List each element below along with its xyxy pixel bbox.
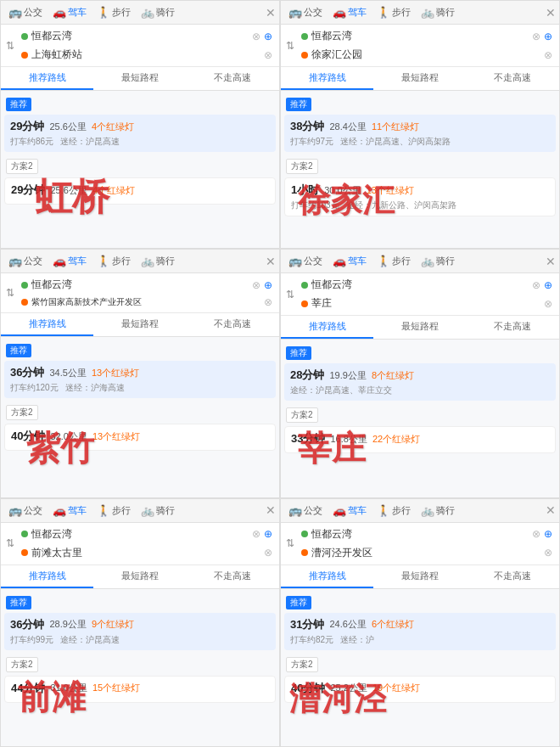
- dest-text-5[interactable]: 前滩太古里: [31, 545, 260, 561]
- tab-recommend-6[interactable]: 推荐路线: [281, 565, 373, 588]
- swap-btn-3[interactable]: ⇅: [6, 287, 14, 299]
- dest-text-6[interactable]: 漕河泾开发区: [311, 545, 540, 561]
- tab-shortest-3[interactable]: 最短路程: [93, 313, 186, 336]
- origin-add-5[interactable]: ⊕: [264, 528, 272, 540]
- recommend-card-2[interactable]: 38分钟 28.4公里 11个红绿灯 打车约97元 迷经：沪昆高速、沪闵高架路: [284, 115, 556, 152]
- origin-clear-4[interactable]: ⊗: [532, 279, 540, 291]
- walk-btn-1[interactable]: 🚶 步行: [92, 4, 135, 20]
- origin-text-3[interactable]: 恒都云湾: [31, 277, 249, 293]
- origin-text-1[interactable]: 恒都云湾: [31, 28, 249, 44]
- bike-btn-6[interactable]: 🚲 骑行: [417, 503, 459, 519]
- swap-btn-6[interactable]: ⇅: [286, 537, 294, 549]
- tab-shortest-4[interactable]: 最短路程: [373, 316, 466, 339]
- origin-dot-2: [301, 33, 308, 40]
- dest-clear-6[interactable]: ⊗: [544, 547, 552, 559]
- bus-btn-4[interactable]: 🚌 公交: [284, 253, 327, 269]
- tab-shortest-6[interactable]: 最短路程: [373, 565, 466, 588]
- dest-clear-1[interactable]: ⊗: [264, 49, 272, 61]
- origin-clear-5[interactable]: ⊗: [252, 528, 260, 540]
- tab-nohighway-6[interactable]: 不走高速: [467, 565, 559, 588]
- dest-clear-2[interactable]: ⊗: [544, 49, 552, 61]
- bus-btn-2[interactable]: 🚌 公交: [284, 4, 327, 20]
- close-btn-3[interactable]: ✕: [266, 255, 276, 268]
- scheme2-card-3[interactable]: 40分钟 32.0公里 13个红绿灯: [4, 424, 276, 451]
- bus-btn-5[interactable]: 🚌 公交: [4, 503, 47, 519]
- bus-btn-3[interactable]: 🚌 公交: [4, 253, 47, 269]
- car-icon-4: 🚗: [333, 255, 346, 267]
- tab-shortest-1[interactable]: 最短路程: [93, 67, 186, 90]
- car-btn-1[interactable]: 🚗 驾车: [48, 4, 91, 20]
- close-btn-6[interactable]: ✕: [546, 503, 556, 517]
- tab-recommend-4[interactable]: 推荐路线: [281, 316, 373, 339]
- dest-clear-3[interactable]: ⊗: [264, 296, 272, 308]
- recommend-card-5[interactable]: 36分钟 28.9公里 9个红绿灯 打车约99元 途经：沪昆高速: [4, 613, 276, 650]
- car-btn-2[interactable]: 🚗 驾车: [328, 4, 371, 20]
- recommend-card-6[interactable]: 31分钟 24.6公里 6个红绿灯 打车约82元 迷经：沪: [284, 613, 556, 650]
- origin-text-6[interactable]: 恒都云湾: [311, 526, 529, 542]
- bike-btn-4[interactable]: 🚲 骑行: [417, 253, 459, 269]
- swap-btn-2[interactable]: ⇅: [286, 40, 294, 52]
- tab-recommend-1[interactable]: 推荐路线: [1, 67, 93, 90]
- scheme2-lights-6: 19个红绿灯: [372, 682, 420, 694]
- recommend-card-1[interactable]: 29分钟 25.6公里 4个红绿灯 打车约86元 迷经：沪昆高速: [4, 115, 276, 152]
- origin-text-4[interactable]: 恒都云湾: [311, 277, 529, 293]
- dest-row-3: 紫竹国家高新技术产业开发区 ⊗: [8, 295, 272, 309]
- tab-nohighway-1[interactable]: 不走高速: [187, 67, 279, 90]
- tab-recommend-5[interactable]: 推荐路线: [1, 565, 93, 588]
- scheme2-card-1[interactable]: 29分钟 25.6公里 4个红绿灯: [4, 177, 276, 205]
- origin-add-4[interactable]: ⊕: [544, 279, 552, 291]
- origin-add-6[interactable]: ⊕: [544, 528, 552, 540]
- recommend-card-4[interactable]: 28分钟 19.9公里 8个红绿灯 途经：沪昆高速、莘庄立交: [284, 363, 556, 401]
- dest-text-2[interactable]: 徐家汇公园: [311, 47, 540, 63]
- tab-shortest-2[interactable]: 最短路程: [373, 67, 466, 90]
- tab-nohighway-2[interactable]: 不走高速: [467, 67, 559, 90]
- swap-btn-1[interactable]: ⇅: [6, 40, 14, 52]
- scheme2-card-4[interactable]: 33分钟 16.8公里 22个红绿灯: [284, 426, 556, 453]
- dest-text-3[interactable]: 紫竹国家高新技术产业开发区: [31, 295, 260, 309]
- swap-btn-5[interactable]: ⇅: [6, 537, 14, 549]
- dest-text-1[interactable]: 上海虹桥站: [31, 47, 260, 63]
- dest-clear-4[interactable]: ⊗: [544, 298, 552, 310]
- walk-btn-4[interactable]: 🚶 步行: [372, 253, 415, 269]
- bike-btn-1[interactable]: 🚲 骑行: [137, 4, 179, 20]
- dest-text-4[interactable]: 莘庄: [311, 295, 540, 312]
- tab-nohighway-5[interactable]: 不走高速: [187, 565, 279, 588]
- scheme2-card-2[interactable]: 1小时 30.0公里 13个红绿灯 打车约103元 途经：九新公路、沪闵高架路: [284, 177, 556, 216]
- dest-clear-5[interactable]: ⊗: [264, 547, 272, 559]
- close-btn-2[interactable]: ✕: [546, 6, 556, 20]
- origin-clear-2[interactable]: ⊗: [532, 31, 540, 42]
- close-btn-5[interactable]: ✕: [266, 503, 276, 517]
- origin-clear-1[interactable]: ⊗: [252, 31, 260, 42]
- origin-text-5[interactable]: 恒都云湾: [31, 526, 249, 542]
- bike-btn-3[interactable]: 🚲 骑行: [137, 253, 179, 269]
- close-btn-1[interactable]: ✕: [266, 6, 276, 20]
- recommend-card-3[interactable]: 36分钟 34.5公里 13个红绿灯 打车约120元 迷经：沪海高速: [4, 361, 276, 398]
- origin-text-2[interactable]: 恒都云湾: [311, 28, 529, 44]
- origin-add-2[interactable]: ⊕: [544, 31, 552, 42]
- origin-add-3[interactable]: ⊕: [264, 279, 272, 291]
- swap-btn-4[interactable]: ⇅: [286, 289, 294, 300]
- bike-btn-2[interactable]: 🚲 骑行: [417, 4, 459, 20]
- car-btn-6[interactable]: 🚗 驾车: [328, 503, 371, 519]
- tab-recommend-3[interactable]: 推荐路线: [1, 313, 93, 336]
- walk-btn-3[interactable]: 🚶 步行: [92, 253, 135, 269]
- tab-recommend-2[interactable]: 推荐路线: [281, 67, 373, 90]
- car-btn-5[interactable]: 🚗 驾车: [48, 503, 91, 519]
- tab-nohighway-4[interactable]: 不走高速: [467, 316, 559, 339]
- bike-btn-5[interactable]: 🚲 骑行: [137, 503, 179, 519]
- tab-shortest-5[interactable]: 最短路程: [93, 565, 186, 588]
- car-btn-4[interactable]: 🚗 驾车: [328, 253, 371, 269]
- scheme2-card-6[interactable]: 40分钟 25.2公里 19个红绿灯: [284, 676, 556, 703]
- origin-add-1[interactable]: ⊕: [264, 31, 272, 42]
- origin-clear-3[interactable]: ⊗: [252, 279, 260, 291]
- origin-clear-6[interactable]: ⊗: [532, 528, 540, 540]
- bus-btn-6[interactable]: 🚌 公交: [284, 503, 327, 519]
- close-btn-4[interactable]: ✕: [546, 255, 556, 268]
- car-btn-3[interactable]: 🚗 驾车: [48, 253, 91, 269]
- bus-btn-1[interactable]: 🚌 公交: [4, 4, 47, 20]
- scheme2-card-5[interactable]: 44分钟 31.0公里 15个红绿灯: [4, 676, 276, 703]
- walk-btn-2[interactable]: 🚶 步行: [372, 4, 415, 20]
- walk-btn-5[interactable]: 🚶 步行: [92, 503, 135, 519]
- walk-btn-6[interactable]: 🚶 步行: [372, 503, 415, 519]
- tab-nohighway-3[interactable]: 不走高速: [187, 313, 279, 336]
